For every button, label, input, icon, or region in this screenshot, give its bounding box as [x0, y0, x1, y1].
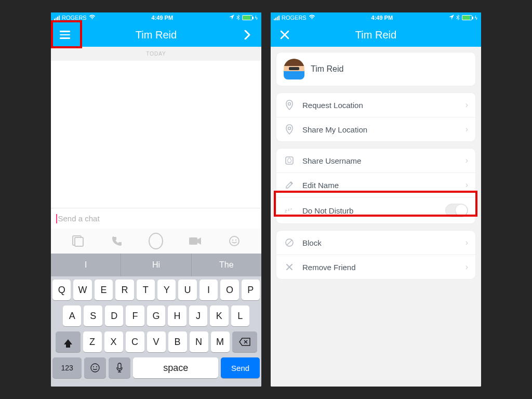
chat-body[interactable] — [51, 61, 261, 208]
suggestion-3[interactable]: The — [192, 254, 261, 276]
clock: 4:49 PM — [315, 15, 449, 21]
key-j[interactable]: J — [189, 305, 207, 326]
block-row[interactable]: Block › — [276, 231, 475, 255]
key-k[interactable]: K — [210, 305, 228, 326]
forward-button[interactable] — [241, 28, 254, 42]
edit-name-row[interactable]: Edit Name › — [276, 173, 475, 197]
close-button[interactable] — [278, 28, 291, 42]
key-p[interactable]: P — [242, 280, 260, 300]
chevron-right-icon: › — [466, 100, 468, 110]
video-button[interactable] — [188, 234, 203, 248]
wifi-icon — [89, 15, 96, 21]
key-send[interactable]: Send — [221, 357, 260, 378]
page-title: Tim Reid — [291, 29, 460, 41]
capture-button[interactable] — [149, 234, 163, 248]
key-n[interactable]: N — [190, 331, 208, 352]
emoji-icon — [90, 363, 100, 373]
ghost-icon — [284, 155, 295, 166]
svg-point-4 — [232, 240, 233, 241]
charging-icon: ϟ — [474, 15, 478, 21]
key-g[interactable]: G — [147, 305, 165, 326]
key-u[interactable]: U — [178, 280, 196, 300]
key-r[interactable]: R — [115, 280, 134, 300]
gallery-button[interactable] — [71, 234, 85, 248]
key-o[interactable]: O — [220, 280, 238, 300]
profile-card[interactable]: Tim Reid — [276, 52, 476, 86]
remove-friend-row[interactable]: Remove Friend › — [276, 255, 475, 279]
svg-text:z: z — [290, 207, 292, 210]
chevron-right-icon: › — [466, 125, 468, 134]
nav-bar: Tim Reid — [51, 23, 261, 47]
battery-icon — [462, 15, 472, 20]
key-space[interactable]: space — [133, 357, 218, 378]
key-i[interactable]: I — [200, 280, 218, 300]
key-x[interactable]: X — [104, 331, 123, 352]
menu-label: Edit Name — [302, 181, 466, 190]
avatar — [284, 59, 304, 79]
sleep-icon: zzz — [284, 205, 295, 216]
key-mic[interactable] — [109, 357, 130, 378]
key-f[interactable]: F — [126, 305, 144, 326]
svg-rect-1 — [75, 237, 83, 246]
key-123[interactable]: 123 — [52, 357, 82, 378]
svg-rect-2 — [189, 237, 197, 245]
suggestion-1[interactable]: I — [51, 254, 121, 276]
call-button[interactable] — [110, 234, 124, 248]
menu-content: Tim Reid Request Location › Share My Loc… — [271, 47, 481, 387]
chevron-right-icon: › — [466, 262, 468, 272]
sticker-button[interactable] — [227, 234, 242, 248]
key-w[interactable]: W — [73, 280, 91, 300]
x-icon — [284, 261, 295, 273]
location-group: Request Location › Share My Location › — [276, 92, 476, 142]
request-location-row[interactable]: Request Location › — [276, 93, 475, 117]
today-label: TODAY — [51, 47, 261, 61]
chat-input[interactable]: Send a chat — [51, 208, 261, 229]
chevron-right-icon — [244, 30, 250, 39]
key-q[interactable]: Q — [52, 280, 71, 300]
key-z[interactable]: Z — [83, 331, 102, 352]
do-not-disturb-row[interactable]: zzz Do Not Disturb — [276, 197, 475, 223]
dnd-toggle[interactable] — [445, 204, 468, 217]
menu-label: Block — [302, 238, 466, 247]
location-icon — [449, 15, 454, 21]
share-username-row[interactable]: Share Username › — [276, 149, 475, 173]
location-pin-icon — [284, 99, 295, 111]
share-location-row[interactable]: Share My Location › — [276, 117, 475, 141]
key-c[interactable]: C — [126, 331, 144, 352]
key-a[interactable]: A — [63, 305, 81, 326]
key-l[interactable]: L — [231, 305, 249, 326]
key-y[interactable]: Y — [157, 280, 176, 300]
close-icon — [280, 30, 289, 39]
key-m[interactable]: M — [211, 331, 230, 352]
bitmoji-icon — [284, 59, 304, 79]
key-shift[interactable] — [56, 331, 81, 352]
menu-label: Share My Location — [302, 125, 466, 134]
page-title: Tim Reid — [72, 29, 241, 41]
key-backspace[interactable] — [232, 331, 257, 352]
text-cursor — [56, 214, 57, 223]
menu-label: Request Location — [302, 101, 466, 110]
key-b[interactable]: B — [168, 331, 187, 352]
key-h[interactable]: H — [168, 305, 186, 326]
key-v[interactable]: V — [147, 331, 166, 352]
keyboard: Q W E R T Y U I O P A S D F G H J K L Z … — [51, 276, 261, 387]
key-s[interactable]: S — [84, 305, 102, 326]
danger-group: Block › Remove Friend › — [276, 230, 476, 280]
nav-spacer — [460, 28, 474, 42]
signal-icon — [274, 16, 280, 20]
location-icon — [229, 15, 234, 21]
clock: 4:49 PM — [96, 15, 229, 21]
svg-point-11 — [288, 127, 291, 130]
bluetooth-icon — [456, 15, 460, 21]
key-d[interactable]: D — [105, 305, 123, 326]
key-t[interactable]: T — [137, 280, 155, 300]
svg-text:z: z — [288, 208, 290, 211]
menu-label: Do Not Disturb — [302, 206, 445, 215]
key-emoji[interactable] — [84, 357, 106, 378]
key-e[interactable]: E — [95, 280, 113, 300]
svg-point-6 — [91, 364, 99, 372]
location-pin-icon — [284, 124, 295, 135]
svg-point-7 — [93, 366, 94, 367]
menu-button[interactable] — [58, 28, 72, 42]
suggestion-2[interactable]: Hi — [121, 254, 191, 276]
